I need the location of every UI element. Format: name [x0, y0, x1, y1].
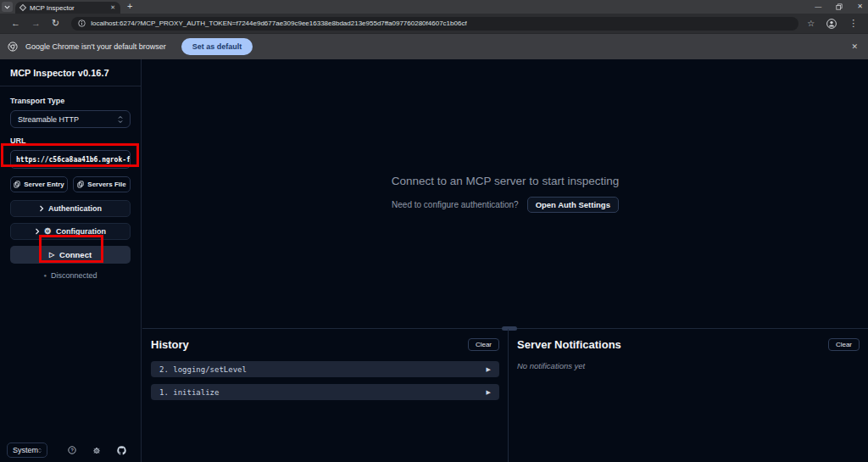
github-icon[interactable] — [117, 446, 126, 455]
gear-icon: ⚙ — [44, 227, 52, 236]
bug-report-icon[interactable] — [92, 446, 101, 454]
tab-close-icon[interactable]: ✕ — [110, 4, 115, 11]
address-bar[interactable]: localhost:6274/?MCP_PROXY_AUTH_TOKEN=f72… — [71, 17, 798, 31]
copy-icon — [77, 181, 84, 188]
history-item[interactable]: 1. initialize ▶ — [151, 384, 499, 400]
server-notifications-header: Server Notifications Clear — [517, 338, 860, 351]
browser-toolbar: ← → ↻ localhost:6274/?MCP_PROXY_AUTH_TOK… — [0, 14, 868, 33]
history-item-label: 1. initialize — [159, 388, 219, 397]
chevron-right-icon — [39, 205, 44, 212]
status-dot-icon: ● — [43, 273, 47, 278]
default-browser-bar: Google Chrome isn't your default browser… — [0, 33, 868, 59]
server-entry-button[interactable]: Server Entry — [10, 176, 68, 192]
servers-file-label: Servers File — [87, 181, 125, 188]
reload-icon[interactable]: ↻ — [52, 19, 59, 28]
servers-file-button[interactable]: Servers File — [73, 176, 131, 192]
connection-status: ● Disconnected — [10, 271, 131, 280]
auth-prompt-row: Need to configure authentication? Open A… — [142, 197, 868, 213]
history-list: 2. logging/setLevel ▶ 1. initialize ▶ — [151, 361, 499, 400]
sidebar-body: Transport Type Streamable HTTP URL https… — [0, 86, 141, 290]
toolbar-right: ☆ ⋮ — [807, 19, 858, 29]
open-auth-settings-button[interactable]: Open Auth Settings — [527, 197, 619, 213]
browser-tab[interactable]: MCP Inspector ✕ — [15, 2, 120, 14]
tab-strip: MCP Inspector ✕ + — ✕ — [0, 0, 868, 14]
minimize-icon[interactable]: — — [815, 3, 821, 10]
main-area: Connect to an MCP server to start inspec… — [142, 59, 868, 462]
tab-title: MCP Inspector — [30, 4, 106, 12]
help-icon[interactable]: ? — [68, 446, 76, 454]
chevron-down-icon — [4, 5, 10, 9]
empty-state-title: Connect to an MCP server to start inspec… — [142, 175, 868, 187]
default-browser-message: Google Chrome isn't your default browser — [25, 42, 166, 51]
menu-kebab-icon[interactable]: ⋮ — [849, 19, 858, 28]
chrome-logo-icon — [8, 42, 18, 52]
footer-icons: ? — [68, 446, 126, 455]
app-title: MCP Inspector v0.16.7 — [10, 68, 131, 78]
connect-button[interactable]: ▷ Connect — [10, 246, 131, 264]
mcp-favicon-icon — [19, 4, 26, 11]
profile-avatar-icon[interactable] — [826, 19, 837, 29]
copy-icon — [14, 181, 20, 188]
play-outline-icon: ▷ — [49, 252, 54, 259]
server-url-input[interactable]: https://c56ca8aa41b6.ngrok-free.ap — [10, 150, 131, 169]
history-item[interactable]: 2. logging/setLevel ▶ — [151, 361, 499, 377]
entry-buttons-row: Server Entry Servers File — [10, 176, 131, 192]
authentication-label: Authentication — [48, 204, 102, 213]
expand-arrow-icon: ▶ — [487, 389, 491, 395]
configuration-toggle[interactable]: ⚙ Configuration — [10, 223, 131, 240]
set-as-default-button[interactable]: Set as default — [181, 38, 253, 55]
no-notifications-text: No notifications yet — [517, 361, 860, 370]
transport-type-label: Transport Type — [10, 97, 131, 105]
window-controls: — ✕ — [815, 0, 863, 14]
back-icon[interactable]: ← — [11, 19, 20, 28]
history-panel: History Clear 2. logging/setLevel ▶ 1. i… — [142, 329, 508, 462]
history-item-label: 2. logging/setLevel — [159, 365, 247, 374]
chevron-right-icon — [35, 228, 40, 235]
connect-label: Connect — [59, 250, 92, 259]
tab-search-button[interactable] — [2, 2, 13, 12]
sidebar-footer: System ? — [0, 438, 141, 462]
history-header: History Clear — [151, 338, 499, 351]
transport-type-select[interactable]: Streamable HTTP — [10, 110, 131, 128]
server-notifications-title: Server Notifications — [517, 338, 621, 351]
empty-state: Connect to an MCP server to start inspec… — [142, 175, 868, 187]
select-updown-icon — [38, 447, 42, 454]
bookmark-star-icon[interactable]: ☆ — [807, 19, 815, 28]
status-text: Disconnected — [51, 271, 97, 280]
url-label: URL — [10, 136, 131, 145]
bottom-panels: History Clear 2. logging/setLevel ▶ 1. i… — [142, 328, 868, 462]
theme-value: System — [13, 446, 38, 454]
new-tab-button[interactable]: + — [127, 1, 132, 11]
close-window-icon[interactable]: ✕ — [857, 3, 863, 10]
dismiss-bar-icon[interactable]: ✕ — [851, 42, 858, 51]
svg-text:?: ? — [70, 448, 74, 453]
configuration-label: Configuration — [56, 227, 106, 236]
transport-type-value: Streamable HTTP — [18, 115, 79, 124]
server-entry-label: Server Entry — [24, 181, 64, 188]
sidebar: MCP Inspector v0.16.7 Transport Type Str… — [0, 59, 142, 462]
expand-arrow-icon: ▶ — [487, 366, 491, 372]
restore-icon[interactable] — [836, 3, 843, 10]
authentication-toggle[interactable]: Authentication — [10, 200, 131, 217]
forward-icon[interactable]: → — [31, 19, 41, 28]
site-info-icon[interactable] — [78, 19, 86, 27]
mcp-inspector-app: MCP Inspector v0.16.7 Transport Type Str… — [0, 59, 868, 462]
sidebar-header: MCP Inspector v0.16.7 — [0, 59, 141, 86]
url-text: localhost:6274/?MCP_PROXY_AUTH_TOKEN=f72… — [91, 19, 466, 27]
theme-select[interactable]: System — [7, 443, 47, 458]
auth-prompt-text: Need to configure authentication? — [392, 200, 519, 209]
server-notifications-panel: Server Notifications Clear No notificati… — [509, 329, 868, 462]
notifications-clear-button[interactable]: Clear — [828, 338, 860, 351]
history-clear-button[interactable]: Clear — [468, 338, 499, 351]
select-updown-icon — [118, 115, 123, 124]
history-title: History — [151, 338, 189, 351]
